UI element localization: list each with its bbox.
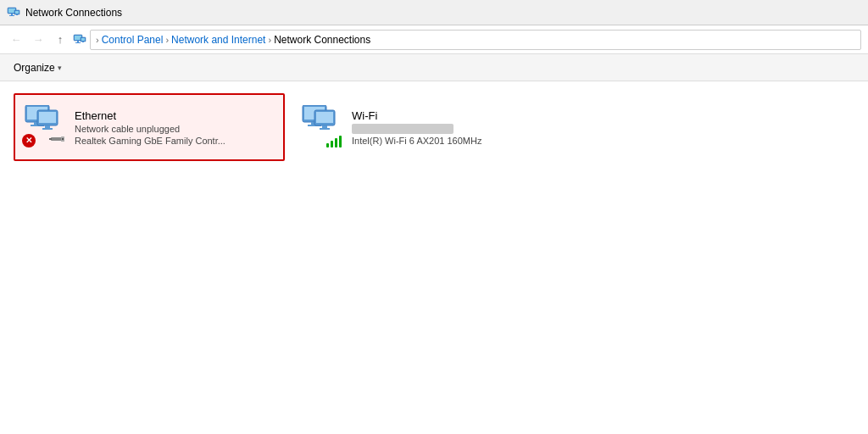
network-items-area: ✕ Ethernet Network cable unplugged Realt…	[10, 90, 858, 164]
svg-rect-22	[51, 137, 63, 141]
title-bar-text: Network Connections	[25, 7, 122, 19]
organize-button[interactable]: Organize ▾	[7, 59, 69, 76]
wifi-bars-icon	[326, 134, 342, 147]
wifi-bar-3	[335, 138, 337, 147]
ethernet-info: Ethernet Network cable unplugged Realtek…	[75, 109, 225, 146]
svg-rect-9	[77, 41, 79, 42]
svg-rect-2	[11, 14, 13, 15]
svg-rect-3	[9, 15, 14, 16]
svg-rect-12	[81, 38, 85, 41]
path-separator-1: ›	[96, 35, 99, 45]
path-separator-2: ›	[165, 35, 169, 45]
svg-rect-33	[320, 128, 330, 130]
ethernet-name: Ethernet	[75, 109, 225, 122]
wifi-bar-1	[326, 143, 329, 147]
svg-rect-6	[16, 14, 18, 15]
svg-rect-5	[15, 11, 19, 14]
path-separator-3: ›	[268, 35, 271, 45]
wifi-bar-2	[331, 141, 333, 147]
error-badge: ✕	[22, 134, 36, 147]
organize-dropdown-icon: ▾	[58, 64, 62, 72]
forward-button[interactable]: →	[29, 31, 47, 49]
wifi-name: Wi-Fi	[352, 109, 481, 122]
wifi-icon-container	[299, 105, 343, 149]
svg-rect-23	[49, 138, 52, 140]
wifi-status-blurred	[352, 124, 481, 134]
main-content: ✕ Ethernet Network cable unplugged Realt…	[0, 81, 868, 434]
back-button[interactable]: ←	[7, 31, 25, 49]
breadcrumb-network-internet[interactable]: Network and Internet	[171, 34, 265, 46]
ethernet-adapter: Realtek Gaming GbE Family Contr...	[75, 136, 225, 146]
address-path: › Control Panel › Network and Internet ›…	[90, 30, 861, 50]
wifi-bar-4	[339, 136, 342, 147]
wifi-info: Wi-Fi Intel(R) Wi-Fi 6 AX201 160MHz	[352, 109, 481, 146]
up-button[interactable]: ↑	[51, 31, 70, 49]
svg-rect-25	[62, 138, 64, 140]
svg-rect-31	[316, 112, 333, 123]
svg-rect-21	[42, 128, 53, 130]
title-bar: Network Connections	[0, 0, 868, 25]
toolbar: Organize ▾	[0, 54, 868, 81]
svg-rect-10	[75, 42, 81, 43]
ethernet-cable-icon	[49, 134, 66, 146]
wifi-computer-icon	[299, 105, 337, 137]
wifi-card[interactable]: Wi-Fi Intel(R) Wi-Fi 6 AX201 160MHz	[292, 93, 563, 161]
svg-rect-20	[45, 125, 50, 128]
organize-label: Organize	[14, 62, 55, 74]
breadcrumb-network-connections: Network Connections	[274, 34, 370, 46]
svg-rect-19	[39, 112, 56, 123]
wifi-adapter: Intel(R) Wi-Fi 6 AX201 160MHz	[352, 136, 481, 146]
ethernet-icon-container: ✕	[22, 105, 66, 149]
ethernet-computer-icon	[22, 105, 59, 137]
path-icon	[73, 33, 86, 47]
ethernet-card[interactable]: ✕ Ethernet Network cable unplugged Realt…	[14, 93, 285, 161]
breadcrumb-control-panel[interactable]: Control Panel	[102, 34, 164, 46]
address-bar: ← → ↑ › Control Panel › Network and Inte…	[0, 25, 868, 54]
title-bar-icon	[7, 6, 20, 19]
svg-rect-32	[322, 125, 327, 128]
svg-rect-13	[82, 42, 84, 42]
ethernet-status: Network cable unplugged	[75, 124, 225, 134]
